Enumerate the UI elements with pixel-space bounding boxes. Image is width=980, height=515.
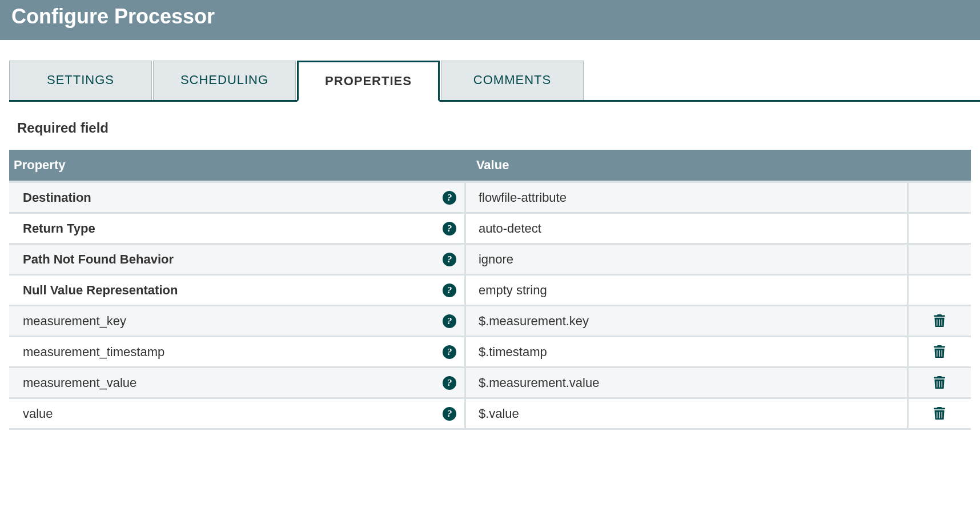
action-cell — [909, 183, 971, 212]
table-row: Path Not Found Behavior?ignore — [9, 245, 971, 276]
property-value: $.measurement.value — [479, 376, 600, 390]
property-value: empty string — [479, 283, 547, 298]
column-header-property: Property — [9, 158, 466, 173]
help-icon[interactable]: ? — [443, 407, 456, 421]
table-row: Null Value Representation?empty string — [9, 276, 971, 306]
table-row: Destination?flowfile-attribute — [9, 183, 971, 214]
property-cell[interactable]: value? — [9, 399, 466, 428]
table-row: value?$.value — [9, 399, 971, 430]
help-icon[interactable]: ? — [443, 345, 456, 359]
property-value: flowfile-attribute — [479, 190, 567, 205]
help-icon[interactable]: ? — [443, 376, 456, 390]
property-cell[interactable]: Destination? — [9, 183, 466, 212]
required-field-label: Required field — [17, 120, 980, 136]
column-header-action — [909, 158, 971, 173]
trash-icon[interactable] — [934, 345, 945, 359]
property-cell[interactable]: Null Value Representation? — [9, 276, 466, 305]
property-name: Path Not Found Behavior — [23, 252, 174, 267]
help-icon[interactable]: ? — [443, 284, 456, 297]
value-cell[interactable]: $.timestamp — [466, 337, 909, 366]
property-name: measurement_key — [23, 314, 126, 329]
action-cell — [909, 214, 971, 243]
property-cell[interactable]: measurement_timestamp? — [9, 337, 466, 366]
property-name: value — [23, 406, 53, 421]
table-row: Return Type?auto-detect — [9, 214, 971, 245]
value-cell[interactable]: ignore — [466, 245, 909, 274]
property-value: auto-detect — [479, 221, 541, 236]
property-name: Null Value Representation — [23, 283, 178, 298]
property-cell[interactable]: measurement_value? — [9, 368, 466, 397]
value-cell[interactable]: auto-detect — [466, 214, 909, 243]
table-row: measurement_key?$.measurement.key — [9, 306, 971, 337]
help-icon[interactable]: ? — [443, 191, 456, 205]
value-cell[interactable]: flowfile-attribute — [466, 183, 909, 212]
dialog-title: Configure Processor — [11, 5, 969, 29]
tab-comments[interactable]: COMMENTS — [441, 61, 584, 100]
tab-scheduling[interactable]: SCHEDULING — [153, 61, 296, 100]
tab-properties[interactable]: PROPERTIES — [297, 61, 440, 102]
trash-icon[interactable] — [934, 407, 945, 421]
action-cell — [909, 276, 971, 305]
value-cell[interactable]: $.measurement.value — [466, 368, 909, 397]
action-cell — [909, 245, 971, 274]
table-header-row: Property Value — [9, 150, 971, 183]
properties-table: Property Value Destination?flowfile-attr… — [9, 150, 971, 430]
property-value: $.value — [479, 406, 519, 421]
property-value: $.timestamp — [479, 345, 547, 360]
tab-bar: SETTINGSSCHEDULINGPROPERTIESCOMMENTS — [9, 61, 980, 102]
action-cell — [909, 368, 971, 397]
value-cell[interactable]: empty string — [466, 276, 909, 305]
action-cell — [909, 337, 971, 366]
trash-icon[interactable] — [934, 314, 945, 328]
help-icon[interactable]: ? — [443, 253, 456, 266]
property-name: measurement_timestamp — [23, 345, 164, 360]
tab-settings[interactable]: SETTINGS — [9, 61, 152, 100]
property-value: $.measurement.key — [479, 314, 589, 329]
property-value: ignore — [479, 252, 513, 267]
value-cell[interactable]: $.value — [466, 399, 909, 428]
property-cell[interactable]: Path Not Found Behavior? — [9, 245, 466, 274]
trash-icon[interactable] — [934, 376, 945, 390]
property-cell[interactable]: Return Type? — [9, 214, 466, 243]
property-cell[interactable]: measurement_key? — [9, 306, 466, 336]
table-row: measurement_timestamp?$.timestamp — [9, 337, 971, 368]
property-name: Destination — [23, 190, 91, 205]
dialog-header: Configure Processor — [0, 0, 980, 40]
help-icon[interactable]: ? — [443, 314, 456, 328]
column-header-value: Value — [466, 158, 909, 173]
action-cell — [909, 306, 971, 336]
property-name: measurement_value — [23, 376, 136, 390]
table-row: measurement_value?$.measurement.value — [9, 368, 971, 399]
action-cell — [909, 399, 971, 428]
value-cell[interactable]: $.measurement.key — [466, 306, 909, 336]
property-name: Return Type — [23, 221, 95, 236]
help-icon[interactable]: ? — [443, 222, 456, 235]
content-area: SETTINGSSCHEDULINGPROPERTIESCOMMENTS Req… — [0, 61, 980, 430]
